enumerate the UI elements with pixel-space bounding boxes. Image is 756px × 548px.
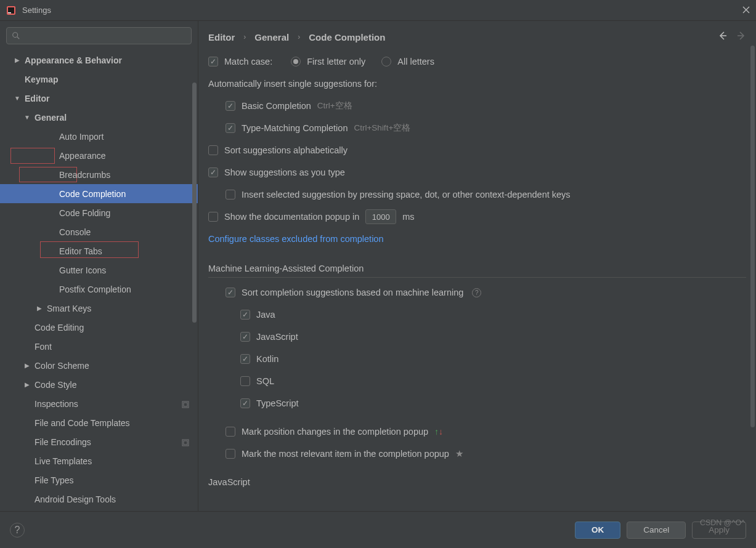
tree-item[interactable]: Android Design Tools [0,490,198,509]
svg-point-3 [13,33,18,38]
tree-item[interactable]: ▶Color Scheme [0,356,198,375]
tree-item-label: Font [35,342,52,352]
breadcrumb: Editor › General › Code Completion [198,21,756,47]
tree-item[interactable]: Font [0,337,198,356]
mark-relevant-checkbox[interactable] [226,449,235,459]
tree-item[interactable]: File Encodings [0,432,198,451]
tree-item-label: Inspections [35,399,78,409]
tree-item[interactable]: Editor Tabs [0,241,198,260]
show-as-type-checkbox[interactable] [208,167,218,177]
typescript-checkbox[interactable] [240,398,250,408]
auto-insert-header: Automatically insert single suggestions … [208,79,377,89]
tree-item[interactable]: File and Code Templates [0,413,198,432]
position-arrows-icon: ↑↓ [434,427,443,437]
crumb-code-completion: Code Completion [309,32,385,42]
tree-item-label: Appearance & Behavior [25,55,122,65]
app-icon [6,6,16,15]
tree-item-label: Live Templates [35,456,92,466]
chevron-right-icon: ▶ [23,362,31,369]
tree-item[interactable]: Live Templates [0,451,198,470]
help-icon[interactable]: ? [472,288,481,297]
match-case-label: Match case: [224,57,272,66]
tree-item-label: Console [59,227,91,237]
sql-checkbox[interactable] [240,376,250,386]
ms-label: ms [402,212,414,222]
doc-delay-input[interactable]: 1000 [365,209,396,224]
tree-item[interactable]: ▶Code Style [0,375,198,394]
ml-sort-label: Sort completion suggestions based on mac… [242,288,463,297]
ok-button[interactable]: OK [575,522,620,539]
tree-item[interactable]: File Types [0,470,198,490]
nav-back-icon[interactable] [718,31,728,43]
type-matching-checkbox[interactable] [226,123,235,133]
main-panel: Editor › General › Code Completion Match… [198,21,756,511]
tree-item-label: File Encodings [35,437,91,447]
tree-item[interactable]: Code Editing [0,318,198,337]
mark-position-label: Mark position changes in the completion … [242,427,428,437]
tree-item-label: File Types [35,475,74,485]
first-letter-radio[interactable] [291,57,301,66]
show-doc-label: Show the documentation popup in [224,212,359,222]
mark-position-checkbox[interactable] [226,427,235,437]
tree-item-label: Android Design Tools [35,494,116,504]
sort-alpha-checkbox[interactable] [208,145,218,155]
tree-item[interactable]: Gutter Icons [0,260,198,280]
js-section-header: JavaScript [208,477,746,491]
kotlin-checkbox[interactable] [240,354,250,364]
tree-item[interactable]: Keymap [0,70,198,89]
search-icon [12,31,20,40]
tree-item[interactable]: Code Completion [0,184,198,203]
tree-item-label: Postfix Completion [59,284,131,294]
nav-forward-icon[interactable] [736,31,746,43]
tree-item-label: Code Editing [35,323,84,332]
sidebar-scrollbar[interactable] [192,83,197,323]
svg-rect-8 [184,441,187,445]
settings-tree: ▶Appearance & BehaviorKeymap▼Editor▼Gene… [0,50,198,509]
content-scrollbar[interactable] [750,46,755,427]
tree-item-label: Code Completion [59,189,126,199]
chevron-down-icon: ▼ [14,95,21,102]
svg-rect-2 [8,12,11,14]
tree-item[interactable]: Breadcrumbs [0,165,198,184]
tree-item[interactable]: Appearance [0,146,198,165]
tree-item[interactable]: Inspections [0,394,198,413]
svg-line-4 [17,37,20,39]
tree-item[interactable]: ▶Smart Keys [0,299,198,318]
match-case-checkbox[interactable] [208,57,218,66]
title-bar: Settings [0,0,756,21]
search-input[interactable] [6,27,192,44]
tree-item[interactable]: ▼General [0,108,198,127]
basic-completion-label: Basic Completion [242,101,311,111]
all-letters-radio[interactable] [381,57,391,66]
chevron-down-icon: ▼ [23,114,31,121]
ml-sort-checkbox[interactable] [226,288,235,297]
tree-item[interactable]: ▼Editor [0,89,198,108]
chevron-right-icon: ▶ [23,381,31,388]
configure-excluded-link[interactable]: Configure classes excluded from completi… [208,234,384,244]
tree-item[interactable]: Console [0,222,198,241]
java-checkbox[interactable] [240,310,250,320]
tree-item-label: File and Code Templates [35,418,130,428]
javascript-checkbox[interactable] [240,332,250,342]
crumb-editor[interactable]: Editor [208,32,235,42]
tree-item[interactable]: Postfix Completion [0,280,198,299]
crumb-general[interactable]: General [254,32,289,42]
tree-item-label: Code Folding [59,208,110,218]
basic-completion-checkbox[interactable] [226,101,235,111]
javascript-label: JavaScript [256,332,298,342]
tree-item[interactable]: Auto Import [0,127,198,146]
chevron-right-icon: ▶ [14,57,21,63]
cancel-button[interactable]: Cancel [627,522,686,539]
tree-item-label: Smart Keys [47,304,91,313]
tree-item[interactable]: Code Folding [0,203,198,222]
tree-item[interactable]: ▶Appearance & Behavior [0,50,198,70]
show-as-type-label: Show suggestions as you type [224,167,345,177]
show-doc-checkbox[interactable] [208,212,218,222]
watermark: CSDN @^O^ [700,518,745,527]
insert-space-checkbox[interactable] [226,190,235,199]
java-label: Java [256,310,275,320]
ml-section-header: Machine Learning-Assisted Completion [208,264,746,278]
close-icon[interactable] [742,6,750,15]
tree-item-label: Code Style [35,380,76,390]
help-button[interactable]: ? [10,523,25,538]
